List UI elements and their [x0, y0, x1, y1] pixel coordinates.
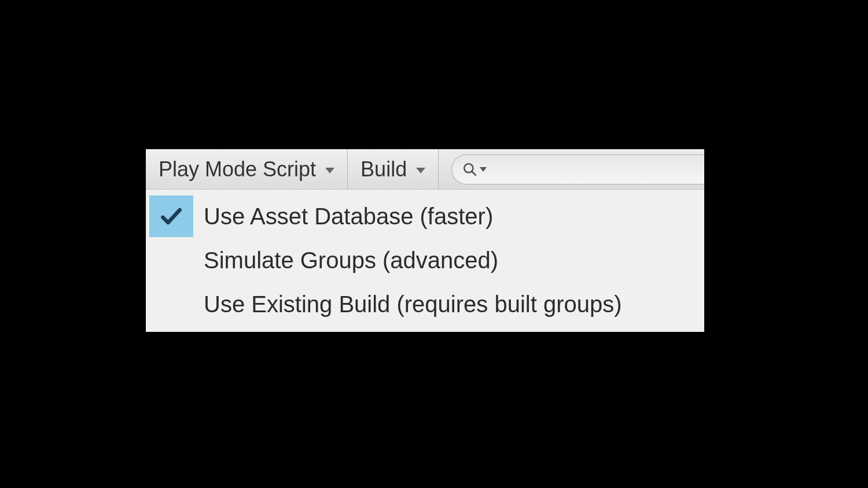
menu-item-checkmark-slot	[149, 239, 193, 281]
addressables-panel: Play Mode Script Build Use Asse	[146, 149, 704, 332]
dropdown-caret-icon	[416, 168, 425, 173]
play-mode-dropdown-menu: Use Asset Database (faster) Simulate Gro…	[146, 190, 704, 332]
play-mode-script-dropdown-button[interactable]: Play Mode Script	[146, 149, 348, 189]
menu-item-checkmark-slot	[149, 283, 193, 325]
menu-item-label: Simulate Groups (advanced)	[204, 247, 498, 273]
play-mode-script-label: Play Mode Script	[159, 157, 316, 182]
dropdown-caret-icon	[325, 168, 334, 173]
menu-item-label: Use Existing Build (requires built group…	[204, 291, 622, 317]
menu-item-simulate-groups[interactable]: Simulate Groups (advanced)	[146, 238, 704, 282]
search-caret-icon	[480, 167, 487, 172]
search-container	[439, 149, 704, 189]
checkmark-icon	[159, 204, 184, 229]
menu-item-checkmark-slot	[149, 195, 193, 237]
svg-line-1	[472, 171, 476, 175]
build-label: Build	[361, 157, 407, 182]
build-dropdown-button[interactable]: Build	[348, 149, 439, 189]
menu-item-label: Use Asset Database (faster)	[204, 204, 493, 230]
search-input[interactable]	[451, 154, 704, 184]
menu-item-use-asset-database[interactable]: Use Asset Database (faster)	[146, 194, 704, 238]
search-icon	[462, 162, 477, 177]
menu-item-use-existing-build[interactable]: Use Existing Build (requires built group…	[146, 282, 704, 326]
toolbar: Play Mode Script Build	[146, 149, 704, 190]
